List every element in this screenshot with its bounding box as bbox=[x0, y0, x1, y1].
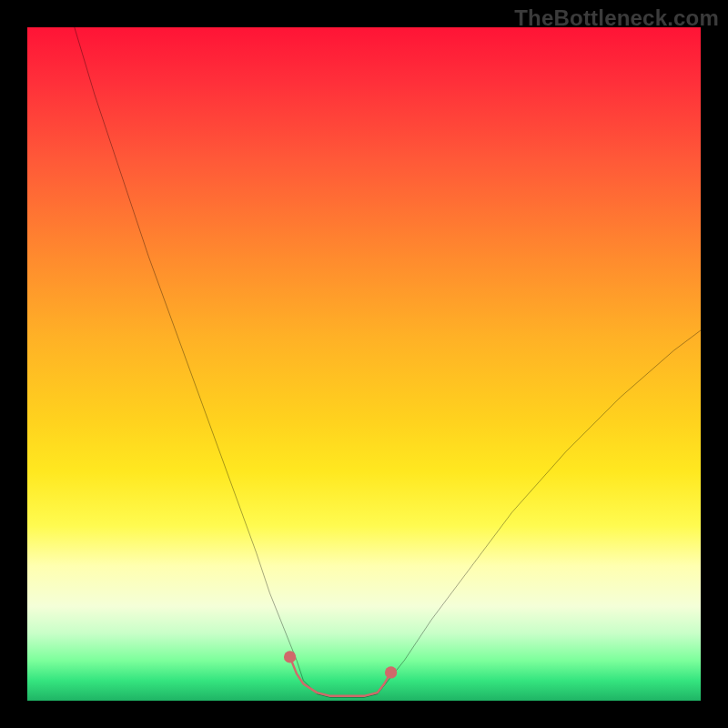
highlight-dot-right bbox=[385, 666, 397, 678]
curve-svg bbox=[27, 27, 701, 701]
chart-frame: TheBottleneck.com bbox=[0, 0, 728, 728]
highlight-curve-path bbox=[290, 657, 391, 696]
plot-area bbox=[27, 27, 701, 701]
main-curve-path bbox=[75, 27, 701, 697]
highlight-dot-left bbox=[284, 651, 296, 662]
